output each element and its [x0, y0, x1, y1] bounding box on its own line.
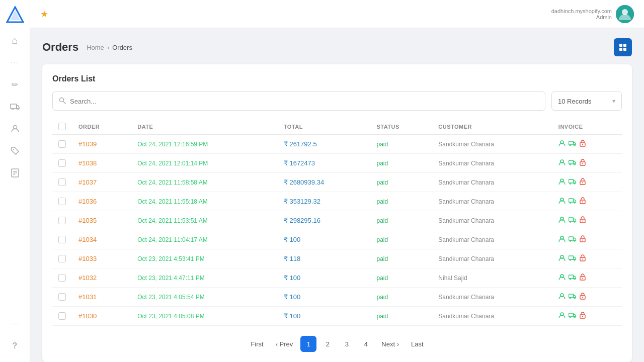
row-checkbox-7[interactable]	[58, 274, 66, 282]
order-link-3[interactable]: #1036	[78, 198, 97, 205]
invoice-lock-icon-6[interactable]	[580, 254, 586, 263]
invoice-truck-icon-1[interactable]	[569, 159, 577, 167]
svg-point-42	[582, 202, 583, 203]
invoice-truck-icon-6[interactable]	[569, 254, 577, 263]
pagination-next[interactable]: Next ›	[377, 336, 404, 352]
invoice-truck-icon-7[interactable]	[569, 274, 577, 282]
sidebar-item-help[interactable]: ?	[5, 336, 25, 356]
invoice-user-icon-2[interactable]	[558, 178, 566, 187]
avatar[interactable]	[616, 5, 634, 23]
order-date-1: Oct 24, 2021 12:01:14 PM	[137, 160, 208, 167]
invoice-truck-icon-2[interactable]	[569, 178, 577, 187]
cell-checkbox	[52, 173, 72, 192]
invoice-truck-icon-8[interactable]	[569, 293, 577, 301]
pagination-page-4[interactable]: 4	[358, 336, 374, 352]
invoice-user-icon-0[interactable]	[558, 140, 566, 148]
sidebar-item-dots2[interactable]: ···	[5, 314, 25, 334]
pagination-prev[interactable]: ‹ Prev	[271, 336, 298, 352]
orders-card: Orders List 10 Records ▾	[42, 64, 632, 362]
order-total-9: ₹ 100	[284, 312, 300, 320]
invoice-truck-icon-4[interactable]	[569, 216, 577, 225]
order-status-9: paid	[376, 313, 388, 320]
cell-status: paid	[370, 249, 432, 268]
pagination-page-3[interactable]: 3	[339, 336, 355, 352]
invoice-lock-icon-8[interactable]	[580, 293, 586, 301]
cell-date: Oct 24, 2021 11:58:58 AM	[131, 173, 278, 192]
order-status-0: paid	[376, 141, 388, 148]
app-logo[interactable]	[6, 6, 24, 24]
pagination-first[interactable]: First	[246, 336, 268, 352]
row-checkbox-5[interactable]	[58, 236, 66, 243]
cell-invoice	[552, 268, 622, 288]
sidebar-item-delivery[interactable]	[5, 97, 25, 117]
cell-customer: Sandkumar Chanara	[432, 211, 552, 230]
sidebar-item-reports[interactable]	[5, 163, 25, 183]
order-link-4[interactable]: #1035	[78, 217, 97, 224]
order-link-1[interactable]: #1038	[78, 159, 97, 167]
svg-point-64	[574, 279, 575, 280]
invoice-user-icon-4[interactable]	[558, 216, 566, 225]
invoice-lock-icon-2[interactable]	[580, 178, 586, 187]
invoice-lock-icon-5[interactable]	[580, 235, 586, 244]
cell-customer: Sandkumar Chanara	[432, 173, 552, 192]
sidebar-item-home[interactable]: ⌂	[5, 30, 25, 50]
sidebar-item-dots1[interactable]: ···	[5, 52, 25, 72]
cell-status: paid	[370, 230, 432, 249]
row-checkbox-6[interactable]	[58, 255, 66, 262]
grid-view-button[interactable]	[614, 38, 632, 56]
invoice-truck-icon-9[interactable]	[569, 312, 577, 320]
order-link-6[interactable]: #1033	[78, 255, 97, 262]
sidebar-item-tags[interactable]	[5, 141, 25, 161]
records-select[interactable]: 10 Records ▾	[551, 92, 622, 111]
row-checkbox-9[interactable]	[58, 312, 66, 320]
pagination-page-2[interactable]: 2	[319, 336, 336, 352]
svg-point-57	[570, 259, 571, 260]
invoice-user-icon-5[interactable]	[558, 235, 566, 244]
pagination-page-1[interactable]: 1	[300, 336, 316, 352]
svg-point-58	[574, 259, 575, 260]
invoice-user-icon-3[interactable]	[558, 197, 566, 206]
order-link-9[interactable]: #1030	[78, 312, 97, 320]
invoice-truck-icon-5[interactable]	[569, 235, 577, 244]
order-link-8[interactable]: #1031	[78, 293, 97, 301]
row-checkbox-3[interactable]	[58, 198, 66, 205]
pagination-last[interactable]: Last	[407, 336, 428, 352]
breadcrumb-home[interactable]: Home	[87, 44, 104, 51]
invoice-user-icon-8[interactable]	[558, 293, 566, 301]
invoice-lock-icon-1[interactable]	[580, 159, 586, 167]
order-customer-1: Sandkumar Chanara	[438, 160, 494, 167]
row-checkbox-4[interactable]	[58, 217, 66, 224]
select-all-checkbox[interactable]	[58, 123, 66, 130]
invoice-user-icon-6[interactable]	[558, 254, 566, 263]
row-checkbox-8[interactable]	[58, 293, 66, 301]
favorite-icon[interactable]: ★	[40, 9, 48, 20]
order-date-8: Oct 23, 2021 4:05:54 PM	[137, 294, 204, 301]
invoice-lock-icon-4[interactable]	[580, 216, 586, 225]
invoice-truck-icon-0[interactable]	[569, 140, 577, 148]
invoice-lock-icon-7[interactable]	[580, 274, 586, 282]
row-checkbox-1[interactable]	[58, 159, 66, 167]
row-checkbox-0[interactable]	[58, 140, 66, 148]
svg-rect-16	[623, 48, 626, 51]
invoice-lock-icon-3[interactable]	[580, 197, 586, 206]
cell-status: paid	[370, 154, 432, 173]
svg-point-69	[570, 298, 571, 299]
invoice-truck-icon-3[interactable]	[569, 197, 577, 206]
search-input[interactable]	[70, 98, 539, 105]
order-link-0[interactable]: #1039	[78, 140, 97, 148]
table-row: #1031 Oct 23, 2021 4:05:54 PM ₹ 100 paid…	[52, 288, 622, 307]
invoice-user-icon-1[interactable]	[558, 159, 566, 167]
row-checkbox-2[interactable]	[58, 178, 66, 186]
order-link-2[interactable]: #1037	[78, 178, 97, 186]
invoice-user-icon-7[interactable]	[558, 274, 566, 282]
invoice-user-icon-9[interactable]	[558, 312, 566, 320]
topbar: ★ dadhinch.myshopify.com Admin	[30, 0, 644, 28]
order-link-5[interactable]: #1034	[78, 236, 97, 243]
table-row: #1033 Oct 23, 2021 4:53:41 PM ₹ 118 paid…	[52, 249, 622, 268]
cell-checkbox	[52, 268, 72, 288]
invoice-lock-icon-9[interactable]	[580, 312, 586, 320]
sidebar-item-users[interactable]	[5, 119, 25, 139]
invoice-lock-icon-0[interactable]	[580, 140, 586, 148]
order-link-7[interactable]: #1032	[78, 274, 97, 282]
sidebar-item-edit[interactable]: ✏	[5, 74, 25, 95]
